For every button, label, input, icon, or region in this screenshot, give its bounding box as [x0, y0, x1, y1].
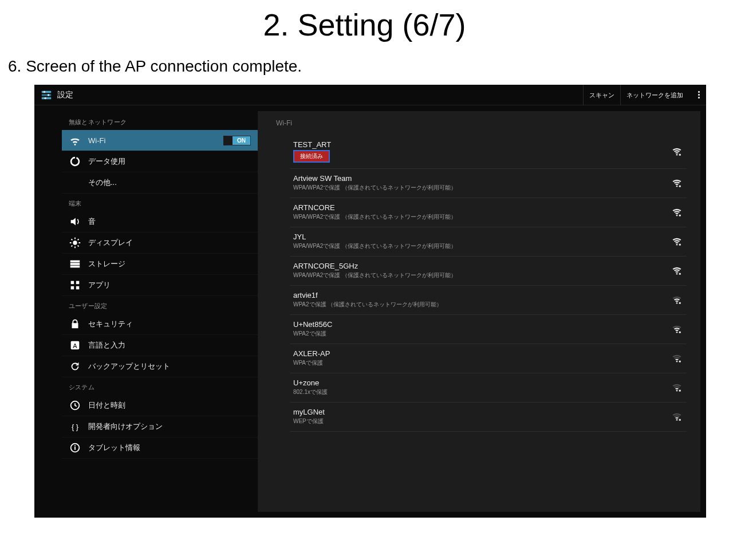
sidebar-item-label: バックアップとリセット [88, 361, 251, 372]
svg-point-24 [679, 185, 681, 187]
svg-point-38 [679, 389, 681, 391]
apps-icon [69, 279, 81, 291]
sidebar-item-label: Wi-Fi [88, 136, 223, 145]
wifi-signal-icon [671, 178, 683, 188]
network-row[interactable]: Artview SW TeamWPA/WPA2で保護 （保護されているネットワー… [290, 169, 687, 198]
sidebar-item-datetime[interactable]: 日付と時刻 [62, 395, 258, 416]
network-subtitle: WPA/WPA2で保護 （保護されているネットワークが利用可能） [293, 184, 671, 192]
connected-badge: 接続済み [293, 150, 330, 163]
svg-rect-13 [76, 286, 80, 290]
network-subtitle: WPA2で保護 （保護されているネットワークが利用可能） [293, 301, 671, 309]
svg-rect-9 [70, 266, 80, 268]
network-row[interactable]: U+Net856CWPA2で保護 [290, 315, 687, 344]
wifi-toggle[interactable]: ON [223, 136, 251, 145]
wifi-signal-icon [671, 207, 683, 218]
sidebar-item-more[interactable]: その他... [62, 172, 258, 194]
svg-point-21 [676, 153, 678, 155]
page-title: 2. Setting (6/7) [0, 7, 729, 42]
svg-point-39 [676, 419, 678, 420]
svg-point-31 [676, 302, 678, 303]
sidebar: 無線とネットワーク Wi-Fi ON データ使用 その他... 端末 [34, 105, 258, 518]
network-name: artvie1f [293, 291, 671, 299]
svg-point-33 [676, 331, 678, 333]
sidebar-item-label: アプリ [88, 280, 251, 290]
network-subtitle: WPA/WPA2で保護 （保護されているネットワークが利用可能） [293, 213, 671, 221]
sidebar-item-storage[interactable]: ストレージ [62, 254, 258, 275]
svg-point-26 [679, 214, 681, 216]
display-icon [69, 236, 81, 249]
page-caption: 6. Screen of the AP connection complete. [8, 57, 729, 76]
network-subtitle: WPAで保護 [293, 359, 671, 367]
wifi-signal-icon [671, 147, 683, 157]
sidebar-item-label: セキュリティ [88, 319, 251, 329]
svg-point-22 [679, 153, 681, 155]
clock-icon [69, 399, 81, 412]
svg-point-4 [48, 94, 50, 96]
svg-point-34 [679, 331, 681, 333]
lock-icon [69, 318, 81, 330]
network-subtitle: WPA2で保護 [293, 330, 671, 338]
sidebar-item-label: 日付と時刻 [88, 400, 251, 411]
sidebar-item-apps[interactable]: アプリ [62, 275, 258, 296]
section-wireless-header: 無線とネットワーク [62, 112, 258, 130]
settings-window: 設定 スキャン ネットワークを追加 無線とネットワーク Wi-Fi ON データ… [34, 85, 706, 518]
svg-rect-11 [76, 281, 80, 285]
sidebar-item-security[interactable]: セキュリティ [62, 314, 258, 335]
network-list: TEST_ART接続済み Artview SW TeamWPA/WPA2で保護 … [258, 135, 700, 432]
network-subtitle: WPA/WPA2で保護 （保護されているネットワークが利用可能） [293, 271, 671, 279]
sidebar-item-label: 開発者向けオプション [88, 421, 251, 432]
wifi-signal-icon [671, 382, 683, 393]
network-name: U+zone [293, 378, 671, 387]
svg-text:{ }: { } [72, 423, 79, 431]
panel-header: Wi-Fi [258, 119, 700, 135]
sidebar-item-backup[interactable]: バックアップとリセット [62, 356, 258, 377]
language-icon: A [69, 339, 81, 352]
scan-button[interactable]: スキャン [583, 85, 620, 105]
svg-point-32 [679, 302, 681, 303]
sidebar-item-language[interactable]: A 言語と入力 [62, 335, 258, 356]
topbar: 設定 スキャン ネットワークを追加 [34, 85, 706, 105]
svg-point-25 [676, 214, 678, 216]
sidebar-item-label: 言語と入力 [88, 340, 251, 350]
wifi-panel: Wi-Fi TEST_ART接続済み Artview SW TeamWPA/WP… [258, 111, 700, 512]
overflow-menu-icon[interactable] [691, 91, 706, 98]
info-icon [69, 441, 81, 454]
sound-icon [69, 215, 81, 228]
svg-point-36 [679, 360, 681, 362]
network-row[interactable]: AXLER-APWPAで保護 [290, 344, 687, 373]
network-name: U+Net856C [293, 320, 671, 329]
sidebar-item-developer[interactable]: { } 開発者向けオプション [62, 416, 258, 437]
section-user-header: ユーザー設定 [62, 296, 258, 314]
sidebar-item-display[interactable]: ディスプレイ [62, 232, 258, 254]
network-row[interactable]: ARTNCOREWPA/WPA2で保護 （保護されているネットワークが利用可能） [290, 198, 687, 227]
sidebar-item-sound[interactable]: 音 [62, 211, 258, 232]
network-row[interactable]: ARTNCORE_5GHzWPA/WPA2で保護 （保護されているネットワークが… [290, 257, 687, 286]
svg-point-37 [676, 389, 678, 391]
svg-point-30 [679, 273, 681, 274]
network-name: myLGNet [293, 408, 671, 416]
network-row[interactable]: JYLWPA/WPA2で保護 （保護されているネットワークが利用可能） [290, 227, 687, 257]
sidebar-item-label: ディスプレイ [88, 238, 251, 248]
network-row[interactable]: artvie1fWPA2で保護 （保護されているネットワークが利用可能） [290, 286, 687, 315]
sidebar-item-label: ストレージ [88, 259, 251, 269]
svg-rect-7 [70, 261, 80, 263]
svg-point-35 [676, 360, 678, 362]
settings-icon [39, 88, 54, 102]
network-row[interactable]: U+zone802.1xで保護 [290, 373, 687, 403]
svg-rect-10 [71, 281, 74, 285]
backup-icon [69, 360, 81, 373]
network-row[interactable]: TEST_ART接続済み [290, 135, 687, 169]
wifi-signal-icon [671, 266, 683, 276]
svg-point-5 [44, 97, 46, 99]
sidebar-item-wifi[interactable]: Wi-Fi ON [62, 130, 258, 151]
sidebar-item-about[interactable]: タブレット情報 [62, 437, 258, 459]
network-name: ARTNCORE_5GHz [293, 262, 671, 270]
wifi-signal-icon [671, 236, 683, 247]
sidebar-item-label: タブレット情報 [88, 443, 251, 453]
add-network-button[interactable]: ネットワークを追加 [620, 85, 689, 105]
svg-point-6 [73, 240, 77, 244]
sidebar-item-label: 音 [88, 216, 251, 227]
network-row[interactable]: myLGNetWEPで保護 [290, 403, 687, 432]
data-usage-icon [69, 155, 81, 168]
sidebar-item-data-usage[interactable]: データ使用 [62, 151, 258, 172]
